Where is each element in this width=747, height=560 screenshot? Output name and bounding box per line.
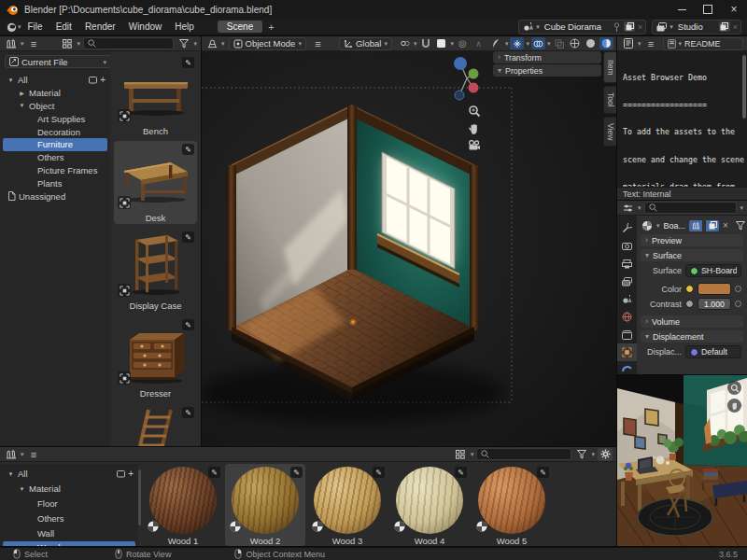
material-name[interactable]: Boa... [664, 221, 686, 231]
menu-render[interactable]: Render [78, 21, 122, 32]
view-layer-name[interactable]: Studio [676, 21, 716, 32]
new-catalog-icon[interactable] [116, 468, 125, 480]
blender-menu-icon[interactable] [4, 21, 18, 33]
shading-wireframe-icon[interactable] [568, 37, 582, 49]
catalog-item-decoration[interactable]: Decoration [3, 125, 107, 138]
show-gizmo-toggle[interactable] [510, 37, 524, 49]
catalog-item-others[interactable]: Others [3, 511, 135, 525]
edit-asset-icon[interactable]: ✎ [182, 231, 194, 243]
text-editor-icon[interactable] [621, 37, 635, 49]
chevron-down-icon[interactable]: ▾ [450, 40, 454, 47]
scene-name[interactable]: Cube Diorama [543, 21, 609, 32]
menu-hamburger-icon[interactable]: ≡ [27, 448, 41, 460]
displacement-input[interactable]: Default [685, 345, 741, 358]
asset-card-display-case[interactable]: ✎ Display Case [114, 229, 197, 312]
asset-shelf-toggle[interactable] [689, 220, 702, 231]
catalog-item-material[interactable]: ▼ Material [3, 483, 135, 496]
sidebar-tab-tool[interactable]: Tool [603, 86, 616, 114]
viewport-editor-icon[interactable] [205, 37, 219, 49]
sidebar-tab-item[interactable]: Item [603, 51, 616, 83]
chevron-down-icon[interactable]: ▾ [656, 222, 660, 229]
edit-asset-icon[interactable]: ✎ [290, 467, 303, 478]
edit-asset-icon[interactable]: ✎ [537, 467, 549, 478]
tab-output-icon[interactable] [617, 255, 637, 273]
unlink-material-button[interactable]: × [723, 220, 728, 231]
animate-contrast-dot[interactable] [735, 301, 741, 307]
catalog-item-all[interactable]: ▼ All + [3, 74, 107, 87]
falloff-icon[interactable]: ∧ [472, 37, 486, 49]
catalog-item-wood[interactable]: Wood [3, 541, 135, 546]
tab-scene-icon[interactable] [617, 290, 637, 308]
displacement-panel-header[interactable]: ▾ Displacement [641, 330, 743, 343]
surface-panel-header[interactable]: ▾ Surface [641, 249, 743, 261]
minimize-button[interactable] [669, 0, 695, 19]
asset-browser-editor-icon[interactable] [4, 448, 18, 460]
edit-asset-icon[interactable]: ✎ [182, 57, 194, 68]
chevron-down-icon[interactable]: ▾ [21, 40, 24, 47]
proportional-editing-icon[interactable]: ◎ [456, 37, 470, 49]
tab-object-icon[interactable] [617, 343, 637, 361]
zoom-view-button[interactable] [468, 105, 481, 118]
edit-asset-icon[interactable]: ✎ [182, 144, 194, 155]
tree-open-icon[interactable]: ▼ [7, 471, 15, 477]
filter-funnel-icon[interactable] [736, 219, 746, 231]
camera-view-button[interactable] [468, 140, 481, 151]
show-overlays-toggle[interactable] [531, 37, 545, 49]
chevron-down-icon[interactable]: ▾ [591, 451, 595, 457]
menu-edit[interactable]: Edit [49, 21, 78, 32]
new-copy-icon[interactable] [624, 21, 635, 32]
chevron-down-icon[interactable]: ▾ [740, 204, 743, 211]
chevron-down-icon[interactable]: ▾ [536, 23, 540, 30]
preview-panel-header[interactable]: › Preview [641, 234, 743, 246]
asset-card-wood-1[interactable]: ✎ Wood 1 [143, 464, 223, 546]
filter-funnel-icon[interactable] [176, 37, 190, 49]
tab-view-layer-icon[interactable] [617, 273, 637, 290]
workspace-add-button[interactable]: + [268, 21, 274, 33]
viewport-menus-icon[interactable]: ≡ [311, 37, 325, 49]
edit-asset-icon[interactable]: ✎ [182, 407, 194, 418]
navigate-gizmo[interactable] [444, 53, 489, 105]
tree-open-icon[interactable]: ▼ [18, 103, 26, 108]
fake-user-copy-icon[interactable] [706, 220, 719, 231]
tab-render-icon[interactable] [617, 237, 637, 255]
new-copy-icon[interactable] [719, 21, 730, 32]
tree-open-icon[interactable]: ▼ [18, 486, 26, 492]
add-catalog-button[interactable]: + [100, 75, 106, 85]
snap-target-icon[interactable] [398, 37, 412, 49]
asset-search-input[interactable] [476, 448, 571, 460]
shading-material-icon[interactable] [599, 37, 613, 49]
surface-shader-input[interactable]: SH-Board... [685, 264, 741, 277]
diorama-scene[interactable] [202, 51, 616, 446]
catalog-item-others[interactable]: Others [3, 151, 107, 164]
view-layer-icon[interactable] [655, 21, 667, 33]
edit-asset-icon[interactable]: ✎ [455, 467, 467, 478]
asset-card-dresser[interactable]: ✎ Dresser [114, 316, 197, 399]
pin-icon[interactable] [612, 21, 621, 33]
sidebar-tab-view[interactable]: View [603, 117, 616, 147]
edit-asset-icon[interactable]: ✎ [208, 467, 220, 478]
gizmo-y-axis[interactable] [469, 69, 479, 79]
viewport-canvas[interactable]: › Transform ▾ Properties Item Tool View [202, 51, 616, 446]
zoom-view-button[interactable] [727, 381, 741, 395]
edit-asset-icon[interactable]: ✎ [182, 319, 194, 330]
menu-file[interactable]: File [21, 21, 49, 32]
keying-visibility-icon[interactable] [489, 37, 503, 49]
asset-card-desk[interactable]: ✎ Desk [114, 141, 197, 224]
asset-card-wood-3[interactable]: ✎ Wood 3 [307, 464, 388, 546]
text-datablock-selector[interactable]: ▾ README [663, 37, 743, 50]
maximize-button[interactable] [695, 0, 721, 19]
asset-card-bench[interactable]: ✎ Bench [114, 54, 197, 137]
transform-panel-header[interactable]: › Transform [493, 51, 601, 63]
catalog-item-object[interactable]: ▼ Object [3, 100, 107, 113]
preview-3d-viewport[interactable] [617, 375, 747, 546]
menu-window[interactable]: Window [122, 21, 169, 32]
properties-search-input[interactable] [644, 202, 738, 214]
chevron-down-icon[interactable]: ▾ [547, 40, 551, 47]
catalog-item-floor[interactable]: Floor [3, 497, 135, 511]
shading-solid-icon[interactable] [584, 37, 598, 49]
tree-open-icon[interactable]: ▼ [7, 77, 15, 83]
snap-magnet-icon[interactable] [418, 37, 432, 49]
contrast-slider[interactable]: 1.000 [698, 298, 731, 310]
close-button[interactable]: × [721, 0, 747, 19]
display-mode-grid-icon[interactable] [60, 37, 74, 49]
